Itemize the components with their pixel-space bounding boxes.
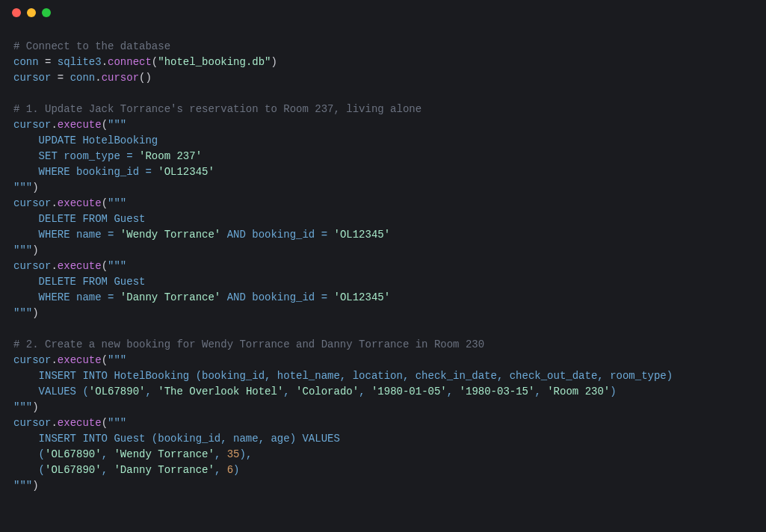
- code-string: DELETE FROM Guest: [13, 276, 145, 288]
- code-string: 'Colorado': [296, 386, 359, 398]
- code-token: cursor: [102, 72, 139, 84]
- code-string: SET room_type =: [13, 150, 139, 162]
- code-string: DELETE FROM Guest: [13, 213, 145, 225]
- code-string: '1980-03-15': [460, 386, 535, 398]
- code-string: ): [610, 386, 616, 398]
- code-token: ): [32, 182, 38, 194]
- code-token: .: [102, 56, 108, 68]
- code-token: .: [51, 119, 57, 131]
- code-string: ,: [102, 464, 114, 476]
- code-window: # Connect to the database conn = sqlite3…: [0, 0, 766, 532]
- code-comment: # 1. Update Jack Torrance's reservation …: [13, 103, 421, 115]
- code-token: (: [102, 260, 108, 272]
- code-string: """: [13, 401, 32, 413]
- code-string: ,: [145, 386, 158, 398]
- code-token: ): [32, 307, 38, 319]
- code-string: """: [13, 182, 32, 194]
- code-string: WHERE name =: [13, 229, 120, 241]
- code-token: .: [95, 72, 101, 84]
- maximize-icon[interactable]: [42, 8, 51, 17]
- close-icon[interactable]: [12, 8, 21, 17]
- code-token: execute: [58, 417, 102, 429]
- code-editor[interactable]: # Connect to the database conn = sqlite3…: [0, 25, 766, 507]
- code-token: (: [102, 354, 108, 366]
- code-string: ,: [102, 448, 114, 460]
- code-token: cursor: [13, 197, 51, 209]
- code-string: WHERE booking_id =: [13, 166, 158, 178]
- code-string: (: [13, 464, 45, 476]
- code-string: (: [13, 448, 45, 460]
- code-token: .: [51, 260, 57, 272]
- code-string: 'OL12345': [158, 166, 214, 178]
- code-string: AND booking_id =: [220, 291, 333, 303]
- code-token: execute: [58, 197, 102, 209]
- code-string: 'Room 237': [139, 150, 202, 162]
- code-token: execute: [58, 354, 102, 366]
- code-string: "hotel_booking.db": [158, 56, 271, 68]
- code-string: 'OL12345': [333, 229, 390, 241]
- code-string: """: [108, 197, 126, 209]
- code-string: """: [13, 307, 32, 319]
- code-string: ): [233, 464, 239, 476]
- code-string: 'Danny Torrance': [114, 464, 214, 476]
- code-token: cursor: [13, 417, 51, 429]
- code-token: (: [102, 417, 108, 429]
- code-string: ,: [214, 464, 227, 476]
- code-token: (: [102, 197, 108, 209]
- code-token: execute: [58, 119, 102, 131]
- code-string: INSERT INTO Guest (booking_id, name, age…: [13, 433, 340, 445]
- code-comment: # 2. Create a new booking for Wendy Torr…: [13, 338, 484, 350]
- minimize-icon[interactable]: [27, 8, 36, 17]
- code-string: 'OL12345': [333, 291, 390, 303]
- code-string: ,: [447, 386, 460, 398]
- code-string: WHERE name =: [13, 291, 120, 303]
- code-string: ,: [534, 386, 547, 398]
- code-token: cursor: [13, 260, 51, 272]
- code-token: connect: [108, 56, 152, 68]
- code-token: cursor: [13, 119, 51, 131]
- code-token: (: [152, 56, 158, 68]
- code-token: ): [32, 480, 38, 492]
- code-string: 'Wendy Torrance': [114, 448, 214, 460]
- code-string: """: [108, 354, 126, 366]
- code-token: cursor: [13, 72, 51, 84]
- code-token: conn: [70, 72, 96, 84]
- code-number: 6: [227, 464, 233, 476]
- code-string: """: [108, 260, 126, 272]
- code-string: 'Wendy Torrance': [120, 229, 220, 241]
- code-token: cursor: [13, 354, 51, 366]
- code-token: ): [32, 401, 38, 413]
- code-string: VALUES (: [13, 386, 89, 398]
- code-string: ,: [359, 386, 371, 398]
- code-string: ,: [214, 448, 227, 460]
- code-token: .: [51, 197, 57, 209]
- code-string: '1980-01-05': [371, 386, 447, 398]
- code-token: =: [51, 72, 70, 84]
- code-string: UPDATE HotelBooking: [13, 134, 158, 146]
- code-token: .: [51, 354, 57, 366]
- code-number: 35: [227, 448, 240, 460]
- code-string: AND booking_id =: [220, 229, 333, 241]
- code-string: """: [108, 417, 126, 429]
- code-string: 'OL67890': [45, 464, 102, 476]
- code-token: ): [32, 244, 38, 256]
- code-string: 'Danny Torrance': [120, 291, 220, 303]
- code-comment: # Connect to the database: [13, 40, 170, 52]
- code-token: .: [51, 417, 57, 429]
- code-string: """: [108, 119, 126, 131]
- code-string: ),: [240, 448, 253, 460]
- code-token: execute: [58, 260, 102, 272]
- code-string: 'OL67890': [89, 386, 146, 398]
- code-token: sqlite3: [58, 56, 102, 68]
- code-string: 'OL67890': [45, 448, 102, 460]
- code-token: =: [39, 56, 58, 68]
- titlebar: [0, 0, 766, 25]
- code-token: (): [139, 72, 152, 84]
- code-token: conn: [13, 56, 39, 68]
- code-string: INSERT INTO HotelBooking (booking_id, ho…: [13, 370, 673, 382]
- code-string: """: [13, 244, 32, 256]
- code-token: ): [271, 56, 277, 68]
- code-string: ,: [283, 386, 296, 398]
- code-string: """: [13, 480, 32, 492]
- code-string: 'Room 230': [547, 386, 610, 398]
